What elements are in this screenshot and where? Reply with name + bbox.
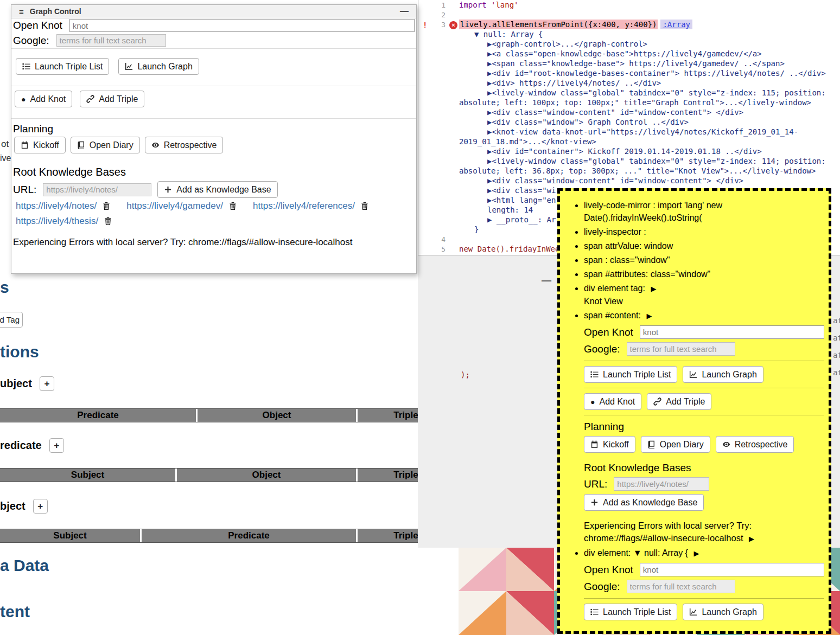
add-knot-button[interactable]: ● Add Knot [15,91,72,107]
google-search-input[interactable] [627,342,735,356]
add-subject-button[interactable]: + [40,376,54,391]
code-string: 'lang' [491,1,519,9]
list-icon [590,608,599,616]
triples-table-header: Subject Object Triple [0,468,454,482]
knowledge-base-link[interactable]: https://lively4/references/ [253,201,355,211]
open-knot-label: Open Knot [13,20,62,31]
inspector-line[interactable]: absolute; left: 36.8px; top: 300px; ..."… [459,166,839,176]
inspector-line[interactable]: ▶<div class="window-content" id="window-… [459,107,839,117]
trash-icon [361,202,368,210]
open-diary-button[interactable]: Open Diary [71,137,140,153]
inspection-item: span #attributes: class="window" [584,268,824,280]
add-triple-button[interactable]: Add Triple [80,91,144,107]
open-knot-input[interactable] [640,563,824,576]
list-icon [590,370,599,379]
expand-icon[interactable]: ▶ [749,535,754,543]
expand-icon[interactable]: ▶ [651,285,656,293]
retrospective-button[interactable]: Retrospective [145,137,224,153]
item-text: div element tag: [584,284,645,293]
add-knowledge-base-button[interactable]: Add as Knowledge Base [584,494,704,511]
open-knot-label: Open Knot [584,563,633,576]
add-knot-button[interactable]: ● Add Knot [584,393,641,410]
inspector-line[interactable]: ▶<lively-window class="global" tabindex=… [459,88,839,98]
expand-icon[interactable]: ▶ [646,312,652,320]
inspector-line[interactable]: ▶<knot-view data-knot-url="https://livel… [459,127,839,137]
code-keyword: import [459,1,487,9]
expand-icon[interactable]: ▶ [693,549,699,557]
google-search-input[interactable] [56,34,166,47]
local-server-error-hint: Experiencing Errors with local server? T… [584,519,824,545]
inspector-line[interactable]: ▼ null: Array { [459,29,839,39]
inspection-list: lively-code-mirror : import 'lang' new D… [565,199,824,620]
book-icon [647,440,656,448]
knowledge-base-link[interactable]: https://lively4/thesis/ [16,216,98,227]
button-label: Add Triple [666,397,705,407]
inspector-line[interactable]: ▶<graph-control>...</graph-control> [459,39,839,49]
delete-knowledge-base-button[interactable] [104,217,112,226]
inspector-line[interactable]: ▶<div class="window-content" id="window-… [459,176,839,185]
inspector-line[interactable]: ▶<div> https://lively4/notes/ ..</div> [459,78,839,88]
add-predicate-button[interactable]: + [49,438,64,453]
window-minimize-button[interactable]: — [542,275,551,286]
button-label: Add Triple [99,94,138,104]
knot-view-title-value: Knot View [584,295,824,307]
launch-triple-list-button[interactable]: Launch Triple List [16,58,109,75]
triples-table-header: Subject Predicate Triple [0,529,454,543]
launch-triple-list-button[interactable]: Launch Triple List [584,366,677,383]
graph-control-content: Open Knot Google: Launch Triple List Lau… [11,18,416,273]
open-diary-button[interactable]: Open Diary [641,436,710,453]
open-knot-input[interactable] [640,325,824,339]
knowledge-base-entry: https://lively4/notes/ [16,201,110,211]
planning-heading: Planning [13,123,53,135]
button-label: Add Knot [30,94,66,104]
delete-knowledge-base-button[interactable] [229,202,237,210]
launch-graph-button[interactable]: Launch Graph [118,58,199,75]
google-search-input[interactable] [627,580,735,593]
inspector-line[interactable]: ▶<div id="root-knowledge-bases-container… [459,68,839,78]
retrospective-button[interactable]: Retrospective [716,436,794,453]
button-label: Launch Graph [702,370,756,380]
inspector-line[interactable]: 2019_01_18.md">...</knot-view> [459,137,839,146]
window-minimize-button[interactable]: — [400,7,409,16]
column-header: Predicate [142,529,358,542]
inspection-item: span #content: ▶ Open Knot Google: [584,309,824,545]
truncated-text-fragment: ive [0,153,11,163]
knowledge-base-url-input[interactable] [614,477,709,491]
code-line[interactable]: import'lang' [459,0,840,10]
inspector-line[interactable]: ▶<div id="container"> Kickoff 2019.01.14… [459,146,839,156]
divider [584,361,824,361]
knowledge-base-url-input[interactable] [43,183,151,196]
kickoff-button[interactable]: Kickoff [14,137,66,153]
inspector-line[interactable]: ▶<a class="open-knowledge-base">https://… [459,49,839,59]
truncated-text-fragment: at [833,351,840,360]
open-knot-input[interactable] [69,19,415,32]
add-object-button[interactable]: + [33,499,48,514]
inspector-line[interactable]: absolute; left: 100px; top: 100px;" titl… [459,98,839,107]
add-triple-button[interactable]: Add Triple [647,393,711,410]
kickoff-button[interactable]: Kickoff [584,436,635,453]
item-text: lively-inspector : [584,227,646,236]
knowledge-base-link[interactable]: https://lively4/notes/ [16,201,97,211]
inspector-line[interactable]: ▶<span class="knowledge-base"> https://l… [459,59,839,68]
inspector-line[interactable]: ▶<div class="window"> Graph Control ..</… [459,117,839,127]
inspector-line[interactable]: ▶<lively-window class="global" tabindex=… [459,156,839,166]
google-search-label: Google: [13,35,49,47]
code-line[interactable]: lively.allElementsFromPoint({x:400, y:40… [459,20,840,29]
inspection-item: span : class="window" [584,254,824,266]
predicate-label-fragment: redicate [0,439,42,452]
type-annotation-link[interactable]: :Array [663,20,690,29]
delete-knowledge-base-button[interactable] [361,202,368,210]
window-titlebar[interactable]: ≡ Graph Control — [11,5,416,18]
button-label: Launch Triple List [603,607,671,617]
inspection-popup: lively-code-mirror : import 'lang' new D… [557,188,831,634]
launch-triple-list-button[interactable]: Launch Triple List [584,604,677,620]
open-knot-label: Open Knot [584,326,633,338]
add-knowledge-base-button[interactable]: Add as Knowledge Base [157,181,277,198]
error-gutter-marker: ! [423,20,427,30]
add-tag-button[interactable]: d Tag [0,312,23,328]
knowledge-base-link[interactable]: https://lively4/gamedev/ [126,201,223,211]
launch-graph-button[interactable]: Launch Graph [683,604,763,620]
launch-graph-button[interactable]: Launch Graph [683,366,763,383]
window-menu-icon[interactable]: ≡ [19,7,24,16]
delete-knowledge-base-button[interactable] [103,202,110,210]
